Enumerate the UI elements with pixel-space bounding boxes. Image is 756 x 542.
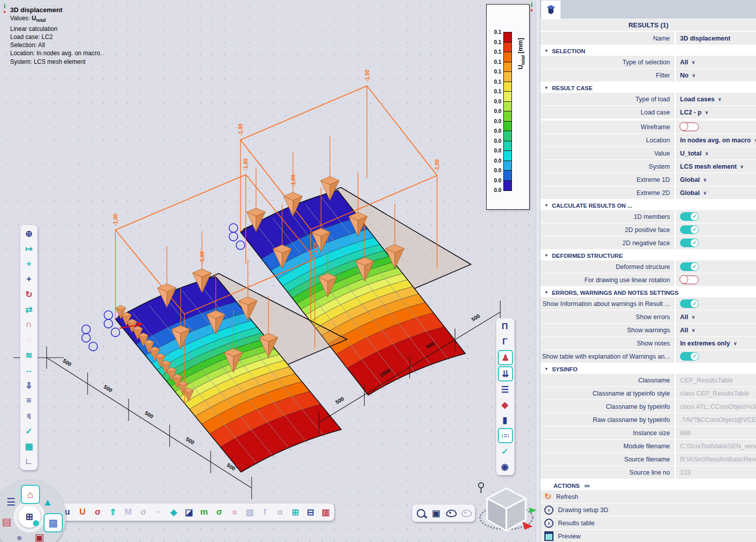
database-icon[interactable]: ☰ — [498, 382, 512, 397]
delete-table-icon[interactable]: ▦ — [22, 439, 36, 453]
actions-expand-icon[interactable]: ››› — [584, 482, 589, 489]
node-modify-icon[interactable]: ◆ — [498, 398, 512, 412]
forces-2d-m-icon[interactable]: m — [197, 505, 211, 519]
wheel-center-button[interactable]: ⊞ — [18, 506, 41, 528]
section-header-errors-warnings-and-notes-settings[interactable]: ▼ERRORS, WARNINGS AND NOTES SETTINGS — [540, 288, 756, 297]
section-header-result-case[interactable]: ▼RESULT CASE — [540, 83, 756, 93]
action-preview[interactable]: Preview — [540, 530, 756, 542]
toggle-on[interactable] — [680, 225, 699, 234]
property-value-extreme-2d[interactable]: Global∨ — [674, 186, 756, 199]
toggle-on[interactable] — [680, 299, 699, 308]
displacement-2d-icon[interactable]: ◪ — [182, 505, 196, 519]
bridge-check-icon[interactable]: ▥ — [319, 505, 333, 519]
alpha-critical-icon[interactable]: α — [273, 505, 287, 519]
portal-frame-icon[interactable]: ∩ — [22, 318, 36, 332]
stress-3d-icon[interactable]: σ — [91, 505, 105, 519]
stress-2d-icon[interactable]: σ — [212, 505, 226, 519]
section-header-deformed-structure[interactable]: ▼DEFORMED STRUCTURE — [540, 251, 756, 260]
wheel-steel-segment[interactable]: ▣ — [31, 529, 48, 542]
property-value-type-of-selection[interactable]: All∨ — [674, 56, 756, 68]
property-value-deformed-structure[interactable] — [674, 260, 756, 273]
align-axes-icon[interactable]: ↔ — [22, 363, 36, 377]
navigation-cube[interactable] — [474, 478, 541, 542]
multi-layers-icon[interactable]: ≋ — [22, 348, 36, 362]
move-node-icon[interactable]: ↦ — [22, 242, 36, 256]
property-value-filter[interactable]: No∨ — [674, 69, 756, 82]
next-view-icon[interactable] — [459, 506, 473, 520]
layers-stack-icon[interactable]: ≡ — [22, 394, 36, 408]
model-scene[interactable]: -1,00-1,00-1,00-1,00-1,00-1,00-1,00-1,00… — [0, 0, 536, 542]
wheel-documents-segment[interactable]: ☰ — [3, 493, 20, 511]
toggle-off[interactable] — [680, 276, 699, 284]
property-value-show-notes[interactable]: In extremes only∨ — [674, 337, 756, 350]
axis-info-icon[interactable]: ∟ — [22, 454, 36, 469]
wheel-analysis-segment[interactable]: ▲ — [39, 493, 56, 511]
property-value-2d-negative-face[interactable] — [674, 237, 756, 249]
toggle-on[interactable] — [680, 262, 699, 271]
portal-frame-ghost-icon[interactable]: ∩ — [22, 333, 36, 347]
rotate-member-icon[interactable]: ↻ — [22, 287, 36, 301]
member-modify-icon[interactable]: ▮ — [498, 413, 512, 427]
paste-into-icon[interactable]: ⇩ — [22, 378, 36, 393]
view-members-icon[interactable]: Γ — [498, 335, 512, 349]
reactions-icon[interactable]: ⇑ — [106, 505, 120, 519]
stress-1d-icon[interactable]: σ — [136, 505, 150, 519]
insert-node-icon[interactable]: + — [22, 272, 36, 286]
solid-results-icon[interactable]: ▧ — [243, 505, 257, 519]
3d-viewport[interactable]: -1,00-1,00-1,00-1,00-1,00-1,00-1,00-1,00… — [0, 0, 536, 542]
property-value-show-table-with-explanation-of-warnings-an[interactable] — [674, 350, 756, 363]
remove-table-icon[interactable]: ⊟ — [303, 505, 317, 519]
view-results-icon[interactable]: ⇊ — [498, 366, 513, 381]
deformation-1d-icon[interactable]: ~ — [151, 505, 166, 519]
reverse-member-icon[interactable]: ⇄ — [22, 302, 36, 317]
property-value-system[interactable]: LCS mesh element∨ — [674, 160, 756, 173]
property-value-extreme-1d[interactable]: Global∨ — [674, 173, 756, 186]
property-value-2d-positive-face[interactable] — [674, 223, 756, 236]
selection-accept-icon[interactable]: ✓ — [498, 444, 512, 458]
action-results-table[interactable]: ›Results table — [540, 517, 756, 529]
toggle-off[interactable] — [680, 123, 699, 131]
visibility-icon[interactable]: ◉ — [498, 459, 512, 474]
view-cube-icon[interactable]: ▣ — [429, 506, 443, 520]
section-header-calculate-results-on[interactable]: ▼CALCULATE RESULTS ON ... — [540, 201, 756, 210]
wheel-structure-segment[interactable]: ⌂ — [21, 485, 40, 504]
zoom-selection-icon[interactable] — [414, 506, 428, 520]
mesh-display-icon[interactable]: ∷∷ — [498, 428, 513, 443]
displacement-3d-icon[interactable]: U — [75, 505, 90, 519]
previous-view-icon[interactable] — [444, 506, 458, 520]
eigen-frequency-icon[interactable]: f — [258, 505, 272, 519]
property-value-value[interactable]: U_total∨ — [674, 147, 756, 160]
property-value-wireframe[interactable] — [674, 121, 756, 133]
panel-info-icon[interactable]: i▲ — [528, 2, 536, 13]
toggle-on[interactable] — [680, 212, 699, 221]
property-value-load-case[interactable]: LC2 - p∨ — [674, 106, 756, 119]
property-value-show-information-about-warnings-in-result[interactable] — [674, 297, 756, 310]
approve-label-icon[interactable]: ✓ — [22, 424, 36, 438]
add-member-icon[interactable]: + — [22, 257, 36, 271]
view-structure-icon[interactable]: Π — [498, 320, 512, 334]
tab-results-3d[interactable] — [541, 1, 561, 19]
property-value-for-drawing-use-linear-rotation[interactable] — [674, 274, 756, 286]
workstation-wheel-menu[interactable]: ⌂▲▩▣●▤☰⊞ — [0, 480, 66, 542]
action-drawing-setup-3d[interactable]: ›Drawing setup 3D — [540, 504, 756, 516]
viewport-info-icon[interactable]: i▲ — [1, 3, 9, 14]
toggle-on[interactable] — [680, 239, 699, 247]
view-settings-icon[interactable]: ⊕ — [22, 226, 36, 241]
rename-items-icon[interactable]: I] — [22, 409, 36, 423]
wheel-libraries-segment[interactable]: ▤ — [0, 513, 15, 530]
wheel-concrete-segment[interactable]: ● — [11, 529, 28, 542]
code-check-icon[interactable]: ∗ — [227, 505, 242, 519]
property-value-show-errors[interactable]: All∨ — [674, 311, 756, 323]
section-header-selection[interactable]: ▼SELECTION — [540, 46, 756, 56]
section-header-sysinfo[interactable]: ▼SYSINFO — [540, 364, 756, 374]
property-value-location[interactable]: In nodes avg. on macro∨ — [674, 134, 756, 146]
view-loads-icon[interactable]: ♟ — [498, 350, 513, 365]
toggle-on[interactable] — [680, 352, 699, 361]
property-value-type-of-load[interactable]: Load cases∨ — [674, 93, 756, 105]
action-refresh[interactable]: ↻Refresh — [540, 490, 756, 503]
property-value-1d-members[interactable] — [674, 210, 756, 223]
property-value-show-warnings[interactable]: All∨ — [674, 324, 756, 336]
internal-forces-2d-icon[interactable]: ◈ — [167, 505, 181, 519]
new-results-table-icon[interactable]: ⊞ — [288, 505, 302, 519]
internal-forces-1d-icon[interactable]: M — [121, 505, 135, 519]
